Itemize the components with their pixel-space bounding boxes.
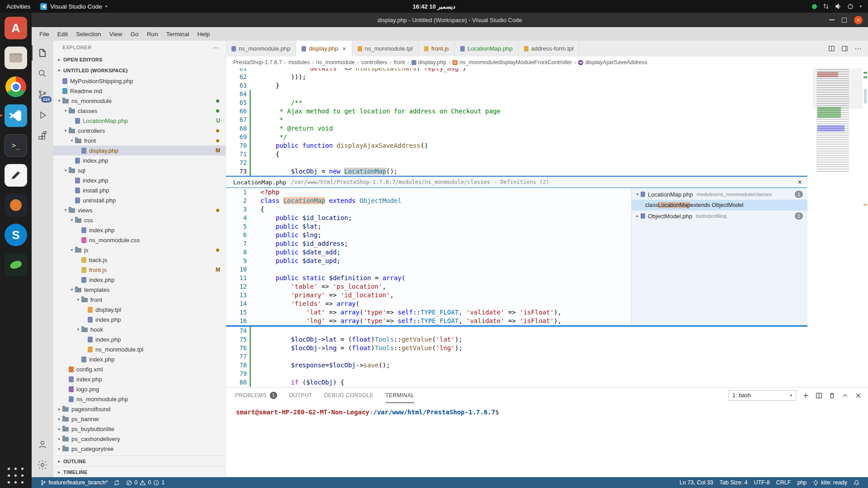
close-panel-icon[interactable] (855, 392, 862, 399)
power-icon[interactable] (847, 3, 854, 9)
code-line-76[interactable]: 76 $locObj->lng = (float)Tools::getValue… (226, 344, 868, 352)
tree-item-sql[interactable]: ▾sql (53, 165, 226, 175)
split-terminal-icon[interactable] (816, 392, 822, 399)
code-line-64[interactable]: 64 (226, 90, 868, 99)
tree-item-controllers[interactable]: ▾controllers (53, 126, 226, 136)
tree-item-front[interactable]: ▾front (53, 295, 226, 305)
tree-item-ps_cashondelivery[interactable]: ▸ps_cashondelivery (53, 434, 226, 444)
code-line-6[interactable]: 6 public $lng; (226, 231, 631, 239)
code-line-7[interactable]: 7 public $id_address; (226, 239, 631, 248)
menu-help[interactable]: Help (193, 31, 214, 38)
maximize-panel-icon[interactable] (842, 392, 849, 399)
code-line-74[interactable]: 74 (226, 327, 868, 335)
breadcrumb-display.php[interactable]: display.php (411, 59, 446, 66)
tab-LocationMap.php[interactable]: LocationMap.php (455, 41, 519, 56)
tray-green-icon[interactable] (812, 4, 817, 9)
git-branch-status[interactable]: feature/feature_branch* (37, 479, 111, 486)
code-line-3[interactable]: 3{ (226, 205, 631, 214)
code-line-13[interactable]: 13 'primary' => 'id_location', (226, 291, 631, 300)
tree-item-display.tpl[interactable]: display.tpl (53, 305, 226, 314)
code-line-73[interactable]: 73 $locObj = new LocationMap(); (226, 167, 868, 176)
tab-address-form.tpl[interactable]: address-form.tpl (519, 41, 580, 56)
show-applications-button[interactable] (6, 466, 25, 485)
toggle-layout-icon[interactable] (841, 45, 848, 52)
tree-item-logo.png[interactable]: logo.png (53, 384, 226, 394)
tree-item-css[interactable]: ▾css (53, 215, 226, 225)
breadcrumb-ns_monmoduledisplayModuleFrontController[interactable]: Cns_monmoduledisplayModuleFrontControlle… (453, 59, 572, 66)
menu-view[interactable]: View (105, 31, 127, 38)
tab-ns_monmodule.tpl[interactable]: ns_monmodule.tpl (352, 41, 419, 56)
account-button[interactable] (32, 434, 53, 455)
tab-ns_monmodule.php[interactable]: ns_monmodule.php (226, 41, 296, 56)
settings-button[interactable] (32, 455, 53, 475)
dock-item-app-green[interactable] (5, 253, 27, 276)
code-line-8[interactable]: 8 public $date_add; (226, 248, 631, 257)
cursor-position[interactable]: Ln 73, Col 33 (676, 479, 716, 486)
tree-item-ns_monmodule.php[interactable]: ns_monmodule.php (53, 394, 226, 404)
tree-item-LocationMap.php[interactable]: LocationMap.phpU (53, 116, 226, 126)
code-line-1[interactable]: 1<?php (226, 188, 631, 197)
dock-item-vscode[interactable] (5, 104, 27, 127)
tree-item-display.php[interactable]: display.phpM (53, 145, 226, 155)
code-line-15[interactable]: 15 'lat' => array('type'=> self::TYPE_FL… (226, 308, 631, 317)
tree-item-index.php[interactable]: index.php (53, 374, 226, 384)
tree-item-index.php[interactable]: index.php (53, 225, 226, 235)
tree-item-pagesnotfound[interactable]: ▸pagesnotfound (53, 404, 226, 414)
peek-result-file[interactable]: ▾LocationMap.phpmodules/ns_monmodule/cla… (632, 189, 807, 200)
menu-selection[interactable]: Selection (72, 31, 105, 38)
title-bar[interactable]: display.php - Untitled (Workspace) - Vis… (32, 13, 868, 27)
code-line-16[interactable]: 16 'lng' => array('type'=> self::TYPE_FL… (226, 317, 631, 325)
maximize-button[interactable] (842, 18, 847, 23)
section-timeline[interactable]: ▸ TIMELINE (53, 466, 226, 477)
app-menu[interactable]: Visual Studio Code ▾ (40, 3, 107, 10)
code-line-69[interactable]: 69 */ (226, 133, 868, 141)
code-line-70[interactable]: 70 public function displayAjaxSaveAddres… (226, 141, 868, 150)
language-mode[interactable]: php (794, 479, 810, 486)
code-line-10[interactable]: 10 (226, 265, 631, 274)
code-line-75[interactable]: 75 $locObj->lat = (float)Tools::getValue… (226, 335, 868, 344)
code-line-62[interactable]: 62 ))); (226, 73, 868, 81)
breadcrumb-controllers[interactable]: controllers (361, 59, 387, 66)
dock-item-skype[interactable]: S (5, 224, 27, 246)
tree-item-index.php[interactable]: index.php (53, 314, 226, 324)
tree-item-ns_monmodule[interactable]: ▾ns_monmodule (53, 96, 226, 106)
dock-item-anydesk[interactable]: A (5, 17, 27, 39)
code-line-11[interactable]: 11 public static $definition = array( (226, 274, 631, 282)
tree-item-ns_monmodule.tpl[interactable]: ns_monmodule.tpl (53, 344, 226, 354)
menu-go[interactable]: Go (127, 31, 143, 38)
code-line-12[interactable]: 12 'table' => 'ps_location', (226, 282, 631, 291)
code-line-5[interactable]: 5 public $lat; (226, 222, 631, 231)
code-line-67[interactable]: 67 * (226, 116, 868, 124)
breadcrumb-front[interactable]: front (394, 59, 405, 66)
tree-item-front[interactable]: ▾front (53, 136, 226, 145)
tree-item-ps_categorytree[interactable]: ▸ps_categorytree (53, 444, 226, 454)
peek-close-icon[interactable]: × (793, 178, 802, 186)
tree-item-config.xml[interactable]: config.xml (53, 364, 226, 374)
terminal-shell-select[interactable]: 1: bash ▾ (728, 390, 796, 401)
section-open-editors[interactable]: ▸ OPEN EDITORS (53, 54, 226, 65)
tree-item-Readme.md[interactable]: Readme.md (53, 86, 226, 96)
peek-result-file[interactable]: ▸ObjectModel.phptools/profiling1 (632, 211, 807, 221)
code-line-79[interactable]: 79 (226, 370, 868, 378)
tree-item-index.php[interactable]: index.php (53, 175, 226, 185)
tab-front.js[interactable]: front.js (419, 41, 455, 56)
peek-result-line[interactable]: class LocationMap extends ObjectModel (632, 200, 807, 211)
tab-terminal[interactable]: TERMINAL (386, 388, 415, 403)
dock-item-app-orange[interactable] (5, 194, 27, 216)
kite-status[interactable]: kite: ready (810, 479, 850, 486)
sync-button[interactable] (111, 480, 123, 486)
split-editor-icon[interactable] (828, 45, 835, 52)
dock-item-notes[interactable] (5, 164, 27, 187)
section-workspace[interactable]: ▾ UNTITLED (WORKSPACE) (53, 65, 226, 76)
tree-item-index.php[interactable]: index.php (53, 334, 226, 344)
breadcrumb-modules[interactable]: modules (288, 59, 310, 66)
more-actions-icon[interactable]: ⋯ (212, 44, 219, 51)
tree-item-ps_buybuttonlite[interactable]: ▸ps_buybuttonlite (53, 424, 226, 434)
breadcrumb-PrestaShop-1.7.6.7[interactable]: PrestaShop-1.7.6.7 (233, 59, 282, 66)
code-line-68[interactable]: 68 * @return void (226, 124, 868, 133)
menu-run[interactable]: Run (143, 31, 162, 38)
tab-debug-console[interactable]: DEBUG CONSOLE (324, 388, 374, 403)
activities-button[interactable]: Activities (6, 3, 30, 10)
clock[interactable]: 16:42 10 ديسمبر (413, 3, 456, 10)
tree-item-js[interactable]: ▾js (53, 245, 226, 255)
